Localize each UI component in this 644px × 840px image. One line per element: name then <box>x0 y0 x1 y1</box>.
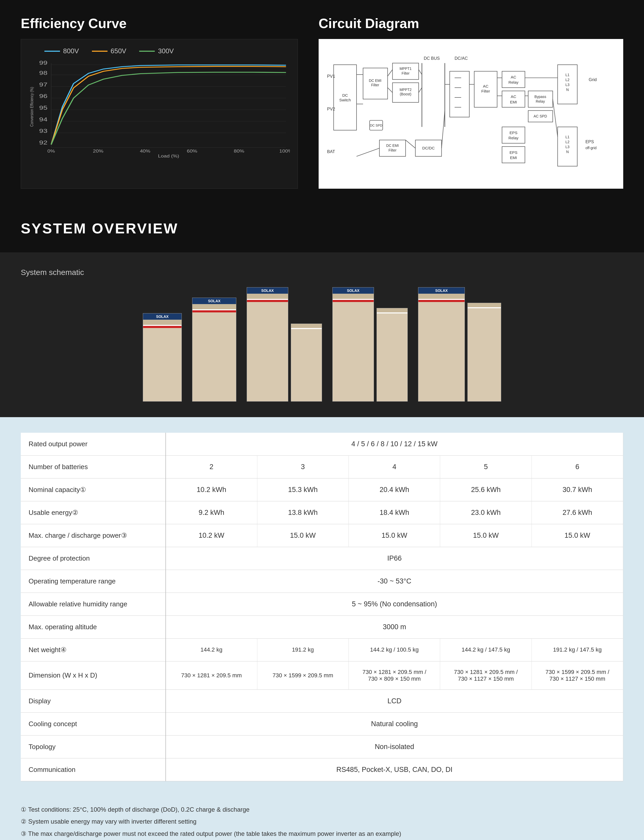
legend-300v: 300V <box>139 47 174 55</box>
legend-650v: 650V <box>92 47 127 55</box>
svg-text:Relay: Relay <box>536 99 545 104</box>
product-box-5bat-b <box>376 308 408 402</box>
svg-text:EPS: EPS <box>509 150 517 155</box>
table-row: Number of batteries23456 <box>21 455 623 478</box>
product-boxes-4bat: SOLAX <box>247 287 322 402</box>
legend-label-650v: 650V <box>111 47 127 55</box>
table-row: Rated output power4 / 5 / 6 / 8 / 10 / 1… <box>21 433 623 456</box>
spec-value-col: 191.2 kg / 147.5 kg <box>532 638 623 661</box>
table-row: Max. operating altitude3000 m <box>21 616 623 638</box>
spec-value-col: 3 <box>257 455 348 478</box>
svg-text:Relay: Relay <box>508 80 519 84</box>
product-logo-5bat-a: SOLAX <box>333 287 374 294</box>
svg-text:L3: L3 <box>565 82 570 87</box>
legend-line-800v <box>44 51 60 52</box>
product-logo-2bat: SOLAX <box>143 313 182 320</box>
svg-text:AC SPD: AC SPD <box>534 114 547 118</box>
spec-value-span: Natural cooling <box>166 712 623 735</box>
svg-text:Filter: Filter <box>371 83 379 87</box>
svg-text:DC EMI: DC EMI <box>386 143 399 148</box>
svg-text:L1: L1 <box>565 135 570 139</box>
spec-value-col: 15.0 kW <box>349 524 440 547</box>
spec-value-col: 18.4 kWh <box>349 501 440 524</box>
table-row: Degree of protectionIP66 <box>21 547 623 570</box>
svg-text:DC SPD: DC SPD <box>370 124 382 127</box>
svg-text:98: 98 <box>39 70 48 76</box>
spec-value-col: 191.2 kg <box>257 638 348 661</box>
circuit-diagram-area: Circuit Diagram PV1 PV2 BAT DC Switch DC… <box>319 16 623 189</box>
product-boxes-5bat: SOLAX <box>332 287 408 402</box>
svg-text:MPPT1: MPPT1 <box>399 66 411 71</box>
spec-label: Degree of protection <box>21 547 166 570</box>
spec-label: Allowable relative humidity range <box>21 593 166 616</box>
spec-label: Dimension (W x H x D) <box>21 661 166 690</box>
svg-text:L2: L2 <box>565 78 569 82</box>
spec-value-col: 730 × 1281 × 209.5 mm / 730 × 809 × 150 … <box>349 661 440 690</box>
legend-label-800v: 800V <box>63 47 79 55</box>
product-logo-4bat-a: SOLAX <box>247 287 288 294</box>
spec-value-span: 3000 m <box>166 616 623 638</box>
efficiency-chart-svg: 99 98 97 96 95 94 93 92 0% 20% 40% 60% 8… <box>29 60 290 159</box>
svg-text:DC BUS: DC BUS <box>424 56 440 61</box>
spec-value-span: RS485, Pocket-X, USB, CAN, DO, DI <box>166 758 623 781</box>
footnote-item: ② System usable energy may vary with inv… <box>21 817 623 827</box>
spec-label: Rated output power <box>21 433 166 456</box>
svg-text:EPS: EPS <box>585 139 594 144</box>
product-box-4bat-a: SOLAX <box>247 287 288 402</box>
system-overview-section: SYSTEM OVERVIEW <box>0 209 644 252</box>
legend-line-300v <box>139 51 155 52</box>
circuit-title: Circuit Diagram <box>319 16 623 31</box>
table-row: DisplayLCD <box>21 690 623 712</box>
svg-text:BAT: BAT <box>327 149 335 154</box>
spec-value-col: 20.4 kWh <box>349 478 440 501</box>
legend-line-650v <box>92 51 107 52</box>
chart-legend: 800V 650V 300V <box>44 47 290 55</box>
footnote-item: ③ The max charge/discharge power must no… <box>21 829 623 839</box>
svg-text:N: N <box>566 150 569 154</box>
product-box-3bat: SOLAX <box>192 298 236 402</box>
spec-value-col: 30.7 kWh <box>532 478 623 501</box>
spec-value-span: LCD <box>166 690 623 712</box>
efficiency-chart-container: 800V 650V 300V 99 98 97 96 <box>21 39 298 189</box>
svg-text:60%: 60% <box>187 149 197 153</box>
spec-value-col: 10.2 kW <box>166 524 257 547</box>
svg-text:AC: AC <box>511 75 516 79</box>
spec-value-col: 144.2 kg / 147.5 kg <box>440 638 532 661</box>
svg-text:Load (%): Load (%) <box>158 154 179 158</box>
spec-value-col: 27.6 kWh <box>532 501 623 524</box>
table-row: Operating temperature range-30 ~ 53°C <box>21 570 623 593</box>
spec-label: Net weight④ <box>21 638 166 661</box>
spec-label: Number of batteries <box>21 455 166 478</box>
svg-text:PV2: PV2 <box>327 107 335 111</box>
spec-value-col: 6 <box>532 455 623 478</box>
circuit-diagram-container: PV1 PV2 BAT DC Switch DC EMI Filter MPPT… <box>319 39 623 189</box>
svg-text:97: 97 <box>39 81 48 87</box>
table-row: Net weight④144.2 kg191.2 kg144.2 kg / 10… <box>21 638 623 661</box>
svg-rect-25 <box>324 45 618 183</box>
spec-label: Max. charge / discharge power③ <box>21 524 166 547</box>
svg-text:Filter: Filter <box>481 89 490 93</box>
spec-value-span: -30 ~ 53°C <box>166 570 623 593</box>
spec-value-col: 5 <box>440 455 532 478</box>
svg-text:L3: L3 <box>565 145 570 149</box>
svg-text:Grid: Grid <box>589 77 597 82</box>
svg-text:95: 95 <box>39 104 48 111</box>
spec-label: Max. operating altitude <box>21 616 166 638</box>
product-box-6bat-b <box>467 303 501 402</box>
svg-text:Switch: Switch <box>339 98 351 102</box>
svg-text:MPPT2: MPPT2 <box>399 87 411 92</box>
product-unit-3bat: SOLAX <box>192 298 236 402</box>
table-row: CommunicationRS485, Pocket-X, USB, CAN, … <box>21 758 623 781</box>
svg-text:DC/DC: DC/DC <box>422 146 435 150</box>
table-row: Max. charge / discharge power③10.2 kW15.… <box>21 524 623 547</box>
svg-text:Filter: Filter <box>388 148 396 152</box>
svg-text:92: 92 <box>39 139 48 145</box>
product-box-4bat-b <box>291 324 322 402</box>
spec-value-col: 13.8 kWh <box>257 501 348 524</box>
svg-text:94: 94 <box>39 116 48 122</box>
spec-value-col: 730 × 1599 × 209.5 mm <box>257 661 348 690</box>
table-row: Nominal capacity①10.2 kWh15.3 kWh20.4 kW… <box>21 478 623 501</box>
spec-value-col: 15.0 kW <box>532 524 623 547</box>
svg-text:96: 96 <box>39 93 48 99</box>
svg-text:EMI: EMI <box>510 155 517 160</box>
